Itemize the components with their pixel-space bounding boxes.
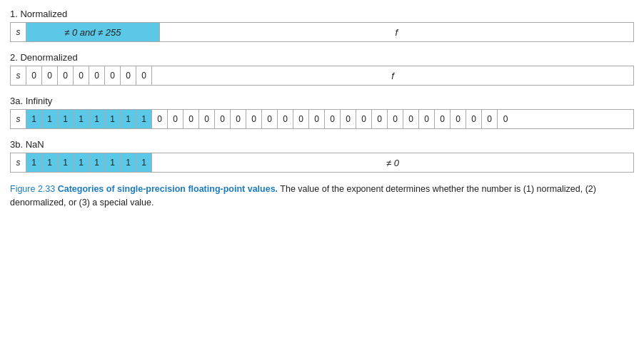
inf-frac-13: 0	[356, 110, 372, 128]
inf-frac-16: 0	[403, 110, 419, 128]
frac-cell-denorm: f	[152, 66, 633, 85]
denormalized-title: 2. Denormalized	[10, 52, 634, 63]
frac-cell-nan: ≠ 0	[152, 153, 633, 172]
exp-bit-4: 0	[89, 66, 105, 85]
f-label-denorm: f	[391, 71, 394, 81]
nan-exp-3: 1	[74, 153, 89, 172]
exp-bit-1: 0	[42, 66, 58, 85]
inf-frac-8: 0	[278, 110, 293, 128]
figure-title: Categories of single-precision floating-…	[58, 184, 278, 194]
inf-frac-17: 0	[419, 110, 435, 128]
figure-label: Figure 2.33	[10, 184, 55, 194]
exp-bit-6: 0	[121, 66, 136, 85]
inf-exp-7: 1	[136, 110, 152, 128]
inf-exp-2: 1	[58, 110, 74, 128]
inf-frac-0: 0	[152, 110, 168, 128]
inf-frac-7: 0	[262, 110, 278, 128]
inf-exp-6: 1	[121, 110, 136, 128]
inf-frac-3: 0	[199, 110, 215, 128]
figure-caption: Figure 2.33 Categories of single-precisi…	[10, 183, 634, 210]
inf-exp-4: 1	[89, 110, 105, 128]
nan-title: 3b. NaN	[10, 139, 634, 150]
exp-bit-5: 0	[105, 66, 121, 85]
inf-frac-18: 0	[435, 110, 451, 128]
frac-cell-normalized: f	[160, 23, 633, 41]
inf-exp-3: 1	[74, 110, 89, 128]
exp-cell-normalized: ≠ 0 and ≠ 255	[26, 23, 160, 41]
nan-exp-1: 1	[42, 153, 58, 172]
nan-exp-4: 1	[89, 153, 105, 172]
nan-exp-0: 1	[26, 153, 42, 172]
f-label-normalized: f	[396, 27, 398, 38]
normalized-title: 1. Normalized	[10, 9, 634, 19]
inf-frac-6: 0	[246, 110, 262, 128]
nan-exp-7: 1	[136, 153, 152, 172]
s-cell-denorm: s	[11, 66, 26, 85]
inf-frac-19: 0	[451, 110, 466, 128]
inf-frac-4: 0	[215, 110, 231, 128]
inf-frac-20: 0	[466, 110, 482, 128]
inf-frac-2: 0	[183, 110, 199, 128]
normalized-row: s ≠ 0 and ≠ 255 f	[10, 22, 634, 42]
nan-exp-2: 1	[58, 153, 74, 172]
denormalized-section: 2. Denormalized s 0 0 0 0 0 0 0 0 f	[10, 52, 634, 86]
inf-exp-1: 1	[42, 110, 58, 128]
s-cell-nan: s	[11, 153, 26, 172]
infinity-row: s 1 1 1 1 1 1 1 1 0 0 0 0 0 0 0 0 0 0 0 …	[10, 109, 634, 129]
inf-frac-15: 0	[388, 110, 403, 128]
exp-bit-0: 0	[26, 66, 42, 85]
s-cell-inf: s	[11, 110, 26, 128]
inf-exp-5: 1	[105, 110, 121, 128]
infinity-title: 3a. Infinity	[10, 96, 634, 106]
normalized-section: 1. Normalized s ≠ 0 and ≠ 255 f	[10, 9, 634, 42]
inf-frac-1: 0	[168, 110, 183, 128]
exp-bit-7: 0	[136, 66, 152, 85]
exp-bit-3: 0	[74, 66, 89, 85]
inf-frac-21: 0	[482, 110, 498, 128]
inf-frac-9: 0	[293, 110, 309, 128]
infinity-section: 3a. Infinity s 1 1 1 1 1 1 1 1 0 0 0 0 0…	[10, 96, 634, 129]
inf-frac-14: 0	[372, 110, 388, 128]
inf-frac-22: 0	[498, 110, 513, 128]
nan-exp-5: 1	[105, 153, 121, 172]
nan-section: 3b. NaN s 1 1 1 1 1 1 1 1 ≠ 0	[10, 139, 634, 173]
neq-zero-label: ≠ 0	[386, 158, 399, 168]
nan-row: s 1 1 1 1 1 1 1 1 ≠ 0	[10, 153, 634, 173]
inf-frac-11: 0	[325, 110, 341, 128]
inf-frac-10: 0	[309, 110, 325, 128]
exp-bit-2: 0	[58, 66, 74, 85]
inf-exp-0: 1	[26, 110, 42, 128]
inf-frac-5: 0	[231, 110, 246, 128]
s-cell: s	[11, 23, 26, 41]
inf-frac-12: 0	[341, 110, 356, 128]
nan-exp-6: 1	[121, 153, 136, 172]
denormalized-row: s 0 0 0 0 0 0 0 0 f	[10, 66, 634, 86]
